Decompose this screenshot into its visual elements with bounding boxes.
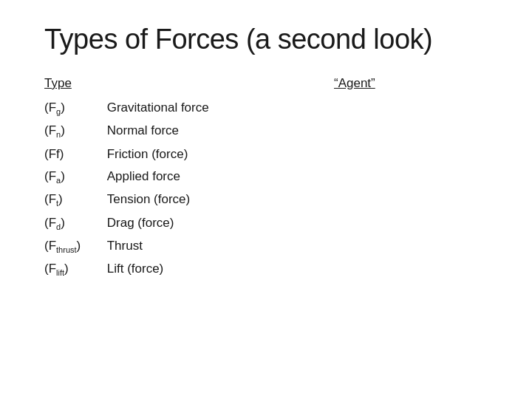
force-row: (Ft) Tension (force) <box>44 188 334 211</box>
force-symbol: (Fd) <box>44 216 103 231</box>
force-name: Thrust <box>107 239 143 253</box>
page: Types of Forces (a second look) Type (Fg… <box>0 0 532 399</box>
force-symbol: (Flift) <box>44 262 103 277</box>
right-column: “Agent” <box>334 76 497 282</box>
force-name: Tension (force) <box>107 192 190 207</box>
force-symbol: (Fthrust) <box>44 239 103 254</box>
force-row: (Fa) Applied force <box>44 166 334 188</box>
force-name: Gravitational force <box>107 100 209 115</box>
force-row: (Flift) Lift (force) <box>44 258 334 281</box>
force-row: (Fn) Normal force <box>44 120 334 143</box>
content-area: Type (Fg) Gravitational force(Fn) Normal… <box>44 76 497 282</box>
force-symbol: (Fn) <box>44 123 103 139</box>
force-row: (Ff) Friction (force) <box>44 143 334 166</box>
force-name: Friction (force) <box>107 147 188 162</box>
force-row: (Fg) Gravitational force <box>44 97 334 120</box>
col-type-header: Type <box>44 76 236 91</box>
force-row: (Fd) Drag (force) <box>44 212 334 235</box>
force-name: Applied force <box>107 169 180 184</box>
page-title: Types of Forces (a second look) <box>44 24 497 55</box>
force-row: (Fthrust) Thrust <box>44 235 334 258</box>
force-name: Lift (force) <box>107 262 164 276</box>
force-list: (Fg) Gravitational force(Fn) Normal forc… <box>44 97 334 282</box>
force-symbol: (Fg) <box>44 100 103 116</box>
force-name: Normal force <box>107 123 179 138</box>
left-column: Type (Fg) Gravitational force(Fn) Normal… <box>44 76 334 282</box>
header-row: Type <box>44 76 334 91</box>
force-symbol: (Ft) <box>44 192 103 208</box>
force-symbol: (Ff) <box>44 147 103 162</box>
col-agent-header: “Agent” <box>334 76 375 90</box>
force-name: Drag (force) <box>107 216 174 231</box>
force-symbol: (Fa) <box>44 169 103 185</box>
